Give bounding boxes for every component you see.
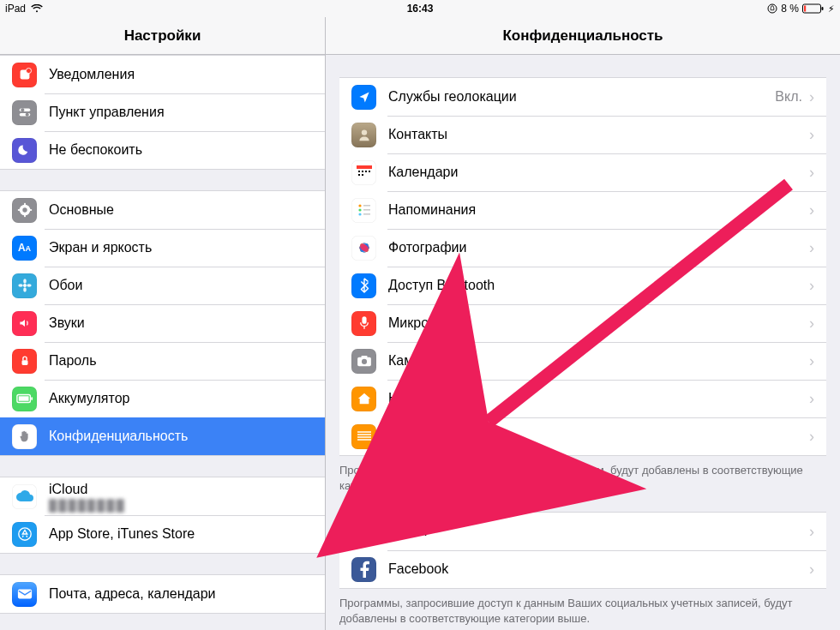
row-label: Пункт управления xyxy=(49,105,313,120)
contacts-icon xyxy=(351,123,376,147)
detail-item-camera[interactable]: Камера › xyxy=(339,342,826,380)
sidebar-item-battery[interactable]: Аккумулятор xyxy=(0,380,325,417)
sidebar-item-wallpaper[interactable]: Обои xyxy=(0,267,325,304)
sidebar-item-privacy[interactable]: Конфиденциальность xyxy=(0,417,325,455)
sidebar-item-sounds[interactable]: Звуки xyxy=(0,304,325,342)
chevron-right-icon: › xyxy=(809,428,814,446)
svg-rect-14 xyxy=(17,209,20,211)
row-label: Пароль xyxy=(49,353,313,369)
svg-rect-32 xyxy=(365,171,367,172)
svg-rect-52 xyxy=(361,356,367,358)
row-label: App Store, iTunes Store xyxy=(49,526,313,542)
svg-point-18 xyxy=(23,287,27,291)
row-label: Напоминания xyxy=(388,202,809,218)
sidebar-item-notifications[interactable]: Уведомления xyxy=(0,56,325,93)
svg-rect-28 xyxy=(357,165,372,169)
svg-rect-12 xyxy=(24,203,26,206)
detail-item-homekit[interactable]: HomeKit › xyxy=(339,380,826,417)
group-footer: Программы, запросившие доступ к Вашим да… xyxy=(326,456,840,496)
battery-icon xyxy=(802,3,825,14)
wifi-icon xyxy=(31,4,43,13)
detail-item-photos[interactable]: Фотографии › xyxy=(339,229,826,267)
chevron-right-icon: › xyxy=(809,352,814,370)
sidebar-item-appstore[interactable]: App Store, iTunes Store xyxy=(0,515,325,553)
appstore-icon xyxy=(12,522,37,547)
row-label: Календари xyxy=(388,165,809,180)
svg-point-38 xyxy=(358,213,361,215)
detail-item-contacts[interactable]: Контакты › xyxy=(339,116,826,153)
textsize-icon: AA xyxy=(12,236,37,261)
facebook-icon xyxy=(351,557,376,582)
detail-item-location[interactable]: Службы геолокации Вкл. › xyxy=(339,78,826,116)
svg-rect-40 xyxy=(363,209,370,211)
svg-rect-23 xyxy=(31,397,33,400)
sidebar-item-icloud[interactable]: iCloud ████████ xyxy=(0,477,325,515)
settings-sidebar: Настройки Уведомления Пункт управления xyxy=(0,17,326,630)
camera-icon xyxy=(351,349,376,374)
svg-point-9 xyxy=(25,113,28,117)
svg-rect-39 xyxy=(363,205,370,207)
detail-item-bluetooth[interactable]: Доступ Bluetooth › xyxy=(339,267,826,304)
svg-rect-41 xyxy=(363,213,370,215)
row-value: Вкл. xyxy=(775,89,802,105)
battery-percent: 8 % xyxy=(781,3,799,15)
detail-item-twitter[interactable]: Twitter › xyxy=(339,513,826,550)
gear-icon xyxy=(12,198,37,223)
svg-point-27 xyxy=(361,129,366,135)
photos-icon xyxy=(351,236,376,261)
chevron-right-icon: › xyxy=(809,126,814,144)
svg-rect-34 xyxy=(358,174,360,176)
svg-rect-50 xyxy=(362,316,366,324)
calendar-icon xyxy=(351,160,376,185)
row-label: Камера xyxy=(388,353,809,369)
svg-point-19 xyxy=(18,284,22,287)
detail-item-microphone[interactable]: Микрофон › xyxy=(339,304,826,342)
group-footer: Программы, запросившие доступ к данным В… xyxy=(326,589,840,630)
carrier-label: iPad xyxy=(5,3,26,15)
chevron-right-icon: › xyxy=(809,201,814,219)
detail-item-facebook[interactable]: Facebook › xyxy=(339,550,826,588)
sidebar-item-control-center[interactable]: Пункт управления xyxy=(0,93,325,131)
row-label: Экран и яркость xyxy=(49,240,313,255)
row-label: Twitter xyxy=(388,524,809,539)
battery-setting-icon xyxy=(12,387,37,411)
sidebar-item-display[interactable]: AA Экран и яркость xyxy=(0,229,325,267)
bluetooth-icon xyxy=(351,273,376,298)
chevron-right-icon: › xyxy=(809,88,814,106)
svg-point-36 xyxy=(358,204,361,207)
row-label: Конфиденциальность xyxy=(49,429,313,444)
svg-rect-15 xyxy=(29,209,32,211)
svg-point-20 xyxy=(27,284,31,287)
svg-rect-35 xyxy=(362,174,363,176)
chevron-right-icon: › xyxy=(809,277,814,295)
sidebar-item-mail[interactable]: Почта, адреса, календари xyxy=(0,575,325,613)
svg-point-17 xyxy=(23,279,27,283)
mail-icon xyxy=(12,582,37,607)
clock: 16:43 xyxy=(407,3,434,15)
svg-point-5 xyxy=(26,68,31,73)
sidebar-item-dnd[interactable]: Не беспокоить xyxy=(0,131,325,169)
chevron-right-icon: › xyxy=(809,315,814,333)
icloud-account: ████████ xyxy=(49,499,126,512)
svg-point-7 xyxy=(21,108,24,111)
speaker-icon xyxy=(12,311,37,336)
location-icon xyxy=(351,85,376,110)
detail-item-motion[interactable]: Движение и фитнес › xyxy=(339,417,826,455)
chevron-right-icon: › xyxy=(809,523,814,541)
row-label: Службы геолокации xyxy=(388,89,775,105)
sidebar-item-passcode[interactable]: Пароль xyxy=(0,342,325,380)
row-label: Facebook xyxy=(388,561,809,577)
rotation-lock-icon xyxy=(767,3,777,14)
svg-rect-31 xyxy=(362,171,363,172)
motion-icon xyxy=(351,424,376,449)
chevron-right-icon: › xyxy=(809,390,814,408)
svg-rect-33 xyxy=(369,171,370,172)
chevron-right-icon: › xyxy=(809,561,814,579)
sidebar-title: Настройки xyxy=(0,17,325,55)
detail-item-reminders[interactable]: Напоминания › xyxy=(339,191,826,229)
svg-point-11 xyxy=(22,207,27,212)
detail-item-calendars[interactable]: Календари › xyxy=(339,153,826,191)
row-label: Звуки xyxy=(49,315,313,331)
sidebar-item-general[interactable]: Основные xyxy=(0,191,325,229)
row-label: Доступ Bluetooth xyxy=(388,278,809,293)
